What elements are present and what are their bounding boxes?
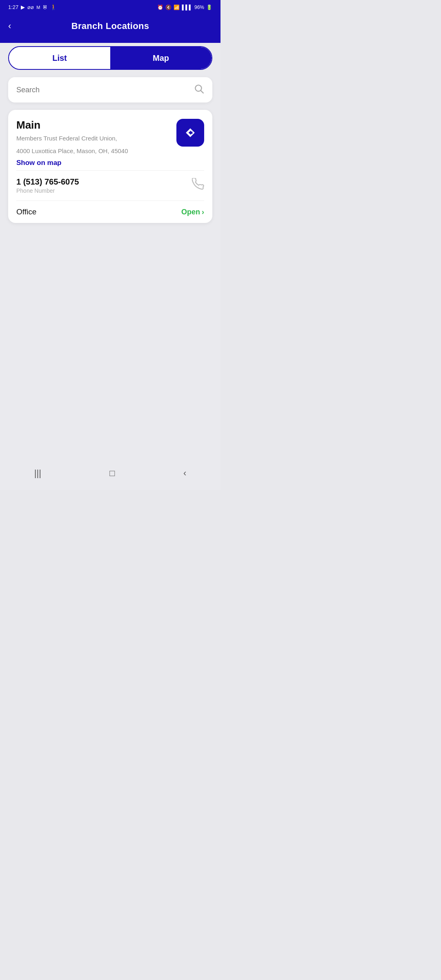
status-left: 1:27 ▶ ⌀⌀ M ⛨ 🚶: [8, 4, 57, 10]
nav-home-button[interactable]: □: [109, 468, 115, 479]
direction-icon: [183, 125, 198, 140]
office-label: Office: [16, 207, 36, 216]
status-right: ⏰ 🔇 📶 ▌▌▌ 96% 🔋: [157, 4, 212, 10]
signal-icon: ▌▌▌: [182, 4, 192, 10]
battery-level: 96%: [194, 4, 204, 10]
branch-card: Main Members Trust Federal Credit Union,…: [8, 110, 212, 223]
branch-name: Main: [16, 119, 171, 131]
page-title: Branch Locations: [71, 21, 149, 31]
battery-icon: 🔋: [206, 4, 212, 10]
phone-info: 1 (513) 765-6075 Phone Number: [16, 177, 79, 194]
header: ‹ Branch Locations: [0, 13, 220, 43]
phone-row: 1 (513) 765-6075 Phone Number: [8, 171, 212, 200]
chevron-right-icon: ›: [202, 208, 204, 216]
nav-menu-button[interactable]: |||: [34, 468, 41, 479]
mute-icon: 🔇: [165, 4, 172, 10]
bottom-nav: ||| □ ‹: [0, 461, 220, 490]
branch-address: 4000 Luxottica Place, Mason, OH, 45040: [16, 147, 171, 156]
search-bar: [8, 77, 212, 102]
walk-icon: 🚶: [50, 4, 57, 10]
branch-top-section: Main Members Trust Federal Credit Union,…: [8, 110, 212, 170]
phone-number: 1 (513) 765-6075: [16, 177, 79, 187]
tab-list[interactable]: List: [9, 47, 110, 69]
alarm-icon: ⏰: [157, 4, 163, 10]
nav-back-button[interactable]: ‹: [183, 468, 186, 479]
phone-label: Phone Number: [16, 187, 79, 194]
tab-map[interactable]: Map: [110, 47, 212, 69]
voicemail-icon: ⌀⌀: [27, 4, 34, 10]
youtube-icon: ▶: [21, 4, 25, 10]
svg-line-1: [201, 91, 203, 93]
direction-button[interactable]: [176, 119, 204, 147]
search-icon: [194, 83, 204, 96]
back-button[interactable]: ‹: [8, 22, 11, 31]
branch-info: Main Members Trust Federal Credit Union,…: [16, 119, 171, 167]
vpn-icon: ⛨: [42, 4, 48, 10]
show-on-map-link[interactable]: Show on map: [16, 159, 62, 167]
branch-organization: Members Trust Federal Credit Union,: [16, 134, 171, 143]
gmail-icon: M: [36, 5, 40, 10]
office-status[interactable]: Open ›: [181, 208, 204, 216]
office-status-text: Open: [181, 208, 200, 216]
time: 1:27: [8, 4, 18, 10]
wifi-icon: 📶: [174, 4, 180, 10]
search-input[interactable]: [16, 86, 194, 94]
tab-toggle: List Map: [8, 46, 212, 70]
office-row[interactable]: Office Open ›: [8, 201, 212, 223]
phone-icon[interactable]: [192, 178, 204, 193]
status-bar: 1:27 ▶ ⌀⌀ M ⛨ 🚶 ⏰ 🔇 📶 ▌▌▌ 96% 🔋: [0, 0, 220, 13]
content-area: List Map Main Members Trust Federal Cred…: [0, 36, 220, 461]
